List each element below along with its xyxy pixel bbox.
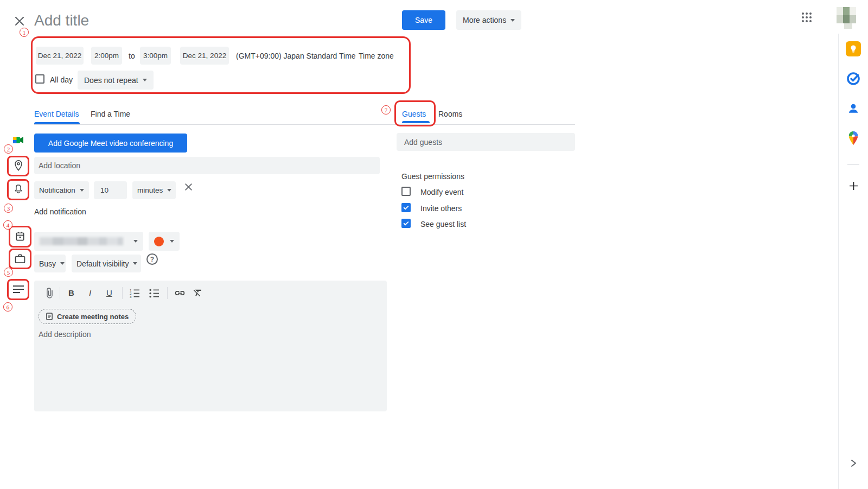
italic-icon[interactable]: I bbox=[89, 288, 91, 299]
tab-event-details[interactable]: Event Details bbox=[34, 110, 79, 118]
create-meeting-notes-button[interactable]: Create meeting notes bbox=[39, 309, 136, 324]
redacted-calendar-name bbox=[40, 237, 123, 245]
tab-find-a-time[interactable]: Find a Time bbox=[91, 110, 130, 118]
clear-formatting-icon[interactable] bbox=[193, 288, 203, 300]
event-color-swatch bbox=[154, 237, 164, 246]
dropdown-arrow-icon bbox=[60, 262, 65, 265]
busy-dropdown[interactable]: Busy bbox=[34, 255, 66, 272]
timezone-button[interactable]: Time zone bbox=[359, 52, 394, 60]
add-guests-input[interactable]: Add guests bbox=[397, 133, 575, 151]
notification-type-label: Notification bbox=[39, 186, 75, 194]
tab-rooms[interactable]: Rooms bbox=[438, 110, 462, 118]
close-icon[interactable] bbox=[15, 16, 24, 26]
document-icon bbox=[46, 313, 53, 320]
side-panel-divider bbox=[838, 34, 839, 489]
end-time-button[interactable]: 3:00pm bbox=[140, 47, 171, 65]
dropdown-arrow-icon bbox=[170, 240, 174, 243]
description-area[interactable]: B I U 123 Create meeting notes Add descr… bbox=[34, 281, 387, 411]
recurrence-dropdown[interactable]: Does not repeat bbox=[78, 71, 154, 90]
dropdown-arrow-icon bbox=[80, 189, 84, 192]
annotation-circle-7: 7 bbox=[381, 105, 391, 115]
event-color-dropdown[interactable] bbox=[149, 232, 180, 251]
checkbox-see-guest-list[interactable] bbox=[401, 219, 411, 228]
busy-label: Busy bbox=[39, 259, 56, 268]
start-date-button[interactable]: Dec 21, 2022 bbox=[36, 47, 84, 65]
tabs-divider bbox=[34, 124, 575, 125]
notification-type-dropdown[interactable]: Notification bbox=[34, 181, 89, 199]
dropdown-arrow-icon bbox=[133, 262, 137, 265]
annotation-circle-3: 3 bbox=[4, 204, 13, 213]
guest-permissions-title: Guest permissions bbox=[401, 172, 464, 181]
annotation-circle-2: 2 bbox=[4, 144, 13, 154]
dropdown-arrow-icon bbox=[167, 189, 171, 192]
insert-link-icon[interactable] bbox=[174, 289, 186, 300]
collapse-panel-chevron-icon[interactable] bbox=[850, 459, 858, 468]
all-day-checkbox[interactable] bbox=[35, 74, 44, 84]
dropdown-arrow-icon bbox=[133, 240, 138, 243]
start-time-button[interactable]: 2:00pm bbox=[91, 47, 122, 65]
create-meeting-notes-label: Create meeting notes bbox=[57, 313, 129, 321]
calendar-icon bbox=[15, 231, 25, 244]
location-input[interactable]: Add location bbox=[34, 157, 380, 174]
annotation-circle-1: 1 bbox=[20, 28, 29, 37]
add-meet-button[interactable]: Add Google Meet video conferencing bbox=[34, 134, 187, 153]
add-addon-plus-icon[interactable] bbox=[849, 181, 858, 190]
event-title-input[interactable]: Add title bbox=[34, 12, 89, 29]
add-notification-button[interactable]: Add notification bbox=[34, 207, 86, 216]
more-actions-label: More actions bbox=[463, 16, 506, 24]
notification-unit-label: minutes bbox=[137, 186, 163, 194]
save-button[interactable]: Save bbox=[402, 10, 445, 30]
toolbar-divider bbox=[122, 287, 123, 299]
description-icon bbox=[13, 285, 24, 293]
bell-icon bbox=[14, 183, 23, 198]
location-placeholder: Add location bbox=[39, 161, 80, 170]
numbered-list-icon[interactable]: 123 bbox=[130, 288, 140, 300]
permission-label-invite-others: Invite others bbox=[420, 204, 462, 213]
location-pin-icon bbox=[14, 160, 23, 174]
add-guests-placeholder: Add guests bbox=[404, 138, 442, 147]
dropdown-arrow-icon bbox=[143, 79, 147, 81]
dropdown-arrow-icon bbox=[510, 19, 515, 22]
notification-value-input[interactable]: 10 bbox=[94, 181, 127, 199]
underline-icon[interactable]: U bbox=[106, 288, 112, 299]
google-contacts-icon[interactable] bbox=[846, 101, 860, 116]
toolbar-divider bbox=[167, 287, 168, 299]
google-maps-icon[interactable] bbox=[847, 131, 860, 146]
permission-label-modify-event: Modify event bbox=[420, 188, 463, 196]
to-label: to bbox=[129, 52, 135, 60]
checkbox-invite-others[interactable] bbox=[401, 203, 411, 212]
google-keep-icon[interactable] bbox=[846, 41, 861, 56]
google-apps-grid-icon[interactable] bbox=[802, 12, 812, 22]
help-icon[interactable]: ? bbox=[146, 253, 158, 265]
google-tasks-icon[interactable] bbox=[846, 71, 861, 86]
tab-guests[interactable]: Guests bbox=[402, 110, 426, 118]
bulleted-list-icon[interactable] bbox=[149, 288, 159, 300]
guests-tab-indicator bbox=[402, 121, 430, 123]
side-panel-mini-divider bbox=[847, 164, 859, 165]
google-meet-icon bbox=[13, 136, 24, 144]
remove-notification-icon[interactable] bbox=[184, 183, 193, 193]
annotation-circle-5: 5 bbox=[4, 268, 13, 277]
checkbox-modify-event[interactable] bbox=[401, 187, 411, 196]
briefcase-icon bbox=[14, 253, 26, 266]
recurrence-label: Does not repeat bbox=[84, 76, 138, 85]
timezone-label: (GMT+09:00) Japan Standard Time bbox=[236, 52, 356, 60]
description-placeholder: Add description bbox=[39, 330, 91, 339]
toolbar-divider bbox=[60, 287, 60, 299]
visibility-dropdown[interactable]: Default visibility bbox=[72, 255, 141, 272]
calendar-select-dropdown[interactable] bbox=[34, 232, 143, 251]
all-day-label: All day bbox=[50, 75, 73, 84]
svg-text:3: 3 bbox=[130, 295, 132, 298]
notification-unit-dropdown[interactable]: minutes bbox=[132, 181, 176, 199]
annotation-circle-6: 6 bbox=[3, 302, 12, 312]
visibility-label: Default visibility bbox=[76, 259, 129, 268]
end-date-button[interactable]: Dec 21, 2022 bbox=[180, 47, 229, 65]
more-actions-button[interactable]: More actions bbox=[456, 10, 521, 30]
permission-label-see-guest-list: See guest list bbox=[420, 220, 466, 228]
notification-value: 10 bbox=[100, 186, 108, 194]
annotation-circle-4: 4 bbox=[3, 220, 12, 230]
attach-file-icon[interactable] bbox=[45, 287, 54, 301]
avatar[interactable] bbox=[837, 7, 856, 29]
bold-icon[interactable]: B bbox=[68, 288, 74, 299]
event-editor-page: Add title Save More actions 1 Dec 21, 20… bbox=[0, 0, 868, 489]
